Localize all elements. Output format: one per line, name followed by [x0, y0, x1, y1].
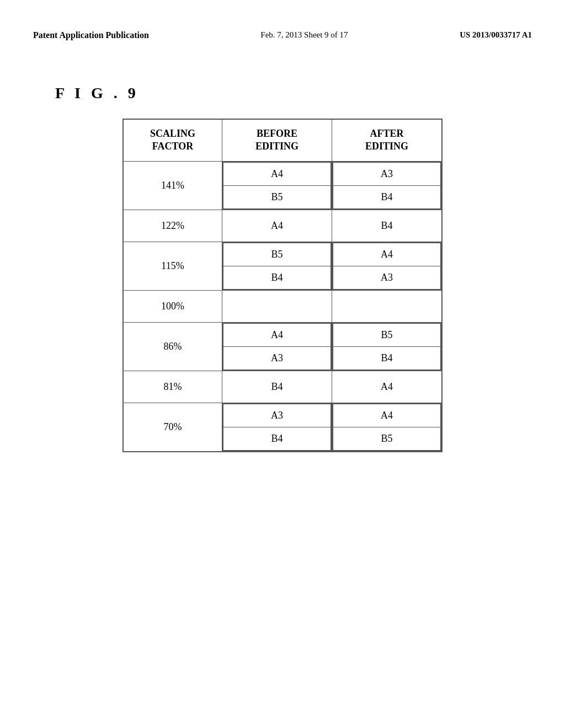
scaling-value: 100% [123, 290, 222, 322]
data-table: SCALING FACTOR BEFORE EDITING AFTER EDIT… [122, 119, 443, 452]
scaling-value: 115% [123, 242, 222, 290]
scaling-value: 81% [123, 371, 222, 403]
before-editing-cell: A3B4 [222, 403, 332, 452]
after-editing-cell: A4A3 [332, 242, 442, 290]
table-row: 141%A4B5A3B4 [123, 161, 442, 210]
scaling-value: 122% [123, 210, 222, 242]
before-editing-cell: A4A3 [222, 322, 332, 371]
after-editing-cell: A3B4 [332, 161, 442, 210]
after-editing-cell: B5B4 [332, 322, 442, 371]
before-editing-cell: B4 [222, 371, 332, 403]
table-row: 115%B5B4A4A3 [123, 242, 442, 290]
page-header: Patent Application Publication Feb. 7, 2… [0, 0, 565, 51]
col-header-before: BEFORE EDITING [222, 119, 332, 161]
table-row: 86%A4A3B5B4 [123, 322, 442, 371]
scaling-value: 141% [123, 161, 222, 210]
after-editing-cell [332, 290, 442, 322]
before-editing-cell: A4B5 [222, 161, 332, 210]
page: Patent Application Publication Feb. 7, 2… [0, 0, 565, 728]
publication-label: Patent Application Publication [33, 30, 149, 40]
scaling-value: 70% [123, 403, 222, 452]
after-editing-cell: B4 [332, 210, 442, 242]
before-editing-cell: B5B4 [222, 242, 332, 290]
patent-number: US 2013/0033717 A1 [460, 30, 532, 40]
figure-label: F I G . 9 [55, 84, 565, 102]
col-header-scaling: SCALING FACTOR [123, 119, 222, 161]
before-editing-cell: A4 [222, 210, 332, 242]
col-header-after: AFTER EDITING [332, 119, 442, 161]
after-editing-cell: A4B5 [332, 403, 442, 452]
table-header-row: SCALING FACTOR BEFORE EDITING AFTER EDIT… [123, 119, 442, 161]
before-editing-cell [222, 290, 332, 322]
table-container: SCALING FACTOR BEFORE EDITING AFTER EDIT… [0, 119, 565, 452]
after-editing-cell: A4 [332, 371, 442, 403]
table-row: 100% [123, 290, 442, 322]
table-row: 81%B4A4 [123, 371, 442, 403]
table-row: 70%A3B4A4B5 [123, 403, 442, 452]
date-sheet-label: Feb. 7, 2013 Sheet 9 of 17 [260, 30, 348, 40]
scaling-value: 86% [123, 322, 222, 371]
table-row: 122%A4B4 [123, 210, 442, 242]
